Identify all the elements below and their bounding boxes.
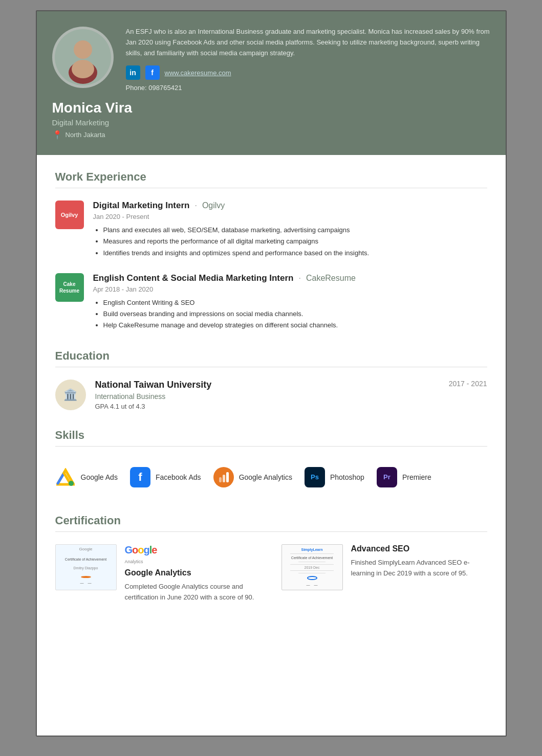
google-ads-label: Google Ads: [81, 473, 118, 481]
candidate-name: Monica Vira: [52, 100, 490, 116]
header-name-section: Monica Vira Digital Marketing 📍 North Ja…: [52, 100, 490, 140]
ogilvy-logo: Ogilvy: [55, 201, 84, 229]
job-bullet: Plans and executes all web, SEO/SEM, dat…: [103, 225, 487, 236]
skill-google-analytics: Google Analytics: [213, 467, 292, 487]
linkedin-icon[interactable]: in: [126, 65, 140, 80]
skills-section: Skills Goo: [55, 429, 487, 496]
bio-text: An ESFJ who is also an International Bus…: [126, 27, 490, 58]
avatar-wrap: [52, 27, 114, 92]
job-entry-ogilvy: Ogilvy Digital Marketing Intern · Ogilvy…: [55, 201, 487, 258]
google-analytics-icon: [213, 467, 234, 487]
location-row: 📍 North Jakarta: [52, 130, 490, 140]
job-bullet: Identifies trends and insights and optim…: [103, 248, 487, 259]
avatar: [52, 27, 114, 88]
certification-section: Certification Google Certificate of Achi…: [55, 514, 487, 603]
skills-row: Google Ads f Facebook Ads: [55, 459, 487, 496]
work-experience-title: Work Experience: [55, 170, 487, 188]
phone-text: Phone: 098765421: [126, 84, 490, 92]
premiere-icon: Pr: [377, 467, 397, 487]
skill-facebook-ads: f Facebook Ads: [130, 467, 201, 487]
certification-title: Certification: [55, 514, 487, 532]
skill-premiere: Pr Premiere: [377, 467, 431, 487]
cert-item-seo: SimplyLearn Certificate of Achievement 2…: [281, 544, 487, 603]
university-name: National Taiwan University: [95, 380, 212, 390]
cert-info-seo: Advanced SEO Finished SimplyLearn Advanc…: [351, 544, 487, 603]
header-right: An ESFJ who is also an International Bus…: [126, 27, 490, 92]
svg-point-1: [74, 40, 92, 59]
job-entry-cake: CakeResume English Content & Social Medi…: [55, 273, 487, 331]
edu-entry-ntu: 🏛️ National Taiwan University 2017 - 202…: [55, 380, 487, 410]
website-link[interactable]: www.cakeresume.com: [165, 69, 231, 77]
google-ads-icon: [55, 467, 76, 487]
edu-gpa: GPA 4.1 ut of 4.3: [95, 403, 487, 410]
job-bullets-cake: English Content Writing & SEO Build over…: [93, 297, 487, 331]
header-section: An ESFJ who is also an International Bus…: [37, 11, 506, 155]
svg-rect-10: [223, 475, 225, 482]
edu-details: National Taiwan University 2017 - 2021 I…: [95, 380, 487, 410]
job-bullets-ogilvy: Plans and executes all web, SEO/SEM, dat…: [93, 225, 487, 258]
cert-desc-seo: Finished SimplyLearn Advanced SEO e-lear…: [351, 558, 487, 579]
candidate-title: Digital Marketing: [52, 118, 490, 127]
google-analytics-label: Google Analytics: [239, 473, 292, 481]
job-details-ogilvy: Digital Marketing Intern · Ogilvy Jan 20…: [93, 201, 487, 258]
edu-degree: International Business: [95, 392, 487, 401]
svg-point-8: [69, 481, 74, 486]
google-logo: Google: [125, 544, 157, 555]
premiere-label: Premiere: [402, 473, 431, 481]
facebook-icon[interactable]: f: [145, 65, 160, 80]
location-text: North Jakarta: [66, 131, 105, 139]
job-title-cake: English Content & Social Media Marketing…: [93, 273, 294, 283]
job-bullet: Build overseas branding and impressions …: [103, 308, 487, 320]
job-bullet: Measures and reports the performance of …: [103, 236, 487, 247]
main-content: Work Experience Ogilvy Digital Marketing…: [37, 155, 506, 636]
svg-point-3: [72, 60, 94, 78]
cert-name-seo: Advanced SEO: [351, 544, 487, 553]
work-experience-section: Work Experience Ogilvy Digital Marketing…: [55, 170, 487, 331]
cert-thumb-seo: SimplyLearn Certificate of Achievement 2…: [281, 544, 343, 590]
cert-info-ga: Google Analytics Google Analytics Comple…: [125, 544, 261, 603]
skill-photoshop: Ps Photoshop: [305, 467, 364, 487]
education-section: Education 🏛️ National Taiwan University …: [55, 349, 487, 410]
education-title: Education: [55, 349, 487, 367]
job-dates-cake: Apr 2018 - Jan 2020: [93, 285, 487, 293]
edu-years: 2017 - 2021: [449, 380, 487, 388]
resume-page: An ESFJ who is also an International Bus…: [36, 10, 507, 737]
job-company-cake: CakeResume: [306, 274, 356, 283]
facebook-ads-label: Facebook Ads: [156, 473, 201, 481]
photoshop-label: Photoshop: [330, 473, 364, 481]
job-dates-ogilvy: Jan 2020 - Present: [93, 213, 487, 220]
university-logo: 🏛️: [55, 380, 86, 410]
svg-line-6: [58, 473, 64, 483]
cert-item-ga: Google Certificate of Achievement Dmitry…: [55, 544, 261, 603]
skills-title: Skills: [55, 429, 487, 447]
job-bullet: Help CakeResume manage and develop strat…: [103, 320, 487, 331]
job-bullet: English Content Writing & SEO: [103, 297, 487, 308]
cert-name-ga: Google Analytics: [125, 568, 261, 577]
social-row: in f www.cakeresume.com: [126, 65, 490, 80]
svg-rect-11: [226, 472, 229, 482]
svg-rect-9: [219, 477, 222, 482]
cake-logo: CakeResume: [55, 273, 84, 302]
facebook-ads-icon: f: [130, 467, 150, 487]
job-details-cake: English Content & Social Media Marketing…: [93, 273, 487, 331]
job-company-ogilvy: Ogilvy: [202, 201, 225, 210]
location-pin-icon: 📍: [52, 130, 62, 140]
cert-thumb-ga: Google Certificate of Achievement Dmitry…: [55, 544, 117, 590]
skill-google-ads: Google Ads: [55, 467, 118, 487]
photoshop-icon: Ps: [305, 467, 325, 487]
cert-row: Google Certificate of Achievement Dmitry…: [55, 544, 487, 603]
cert-desc-ga: Completed Google Analytics course and ce…: [125, 582, 261, 603]
job-title-ogilvy: Digital Marketing Intern: [93, 201, 190, 211]
